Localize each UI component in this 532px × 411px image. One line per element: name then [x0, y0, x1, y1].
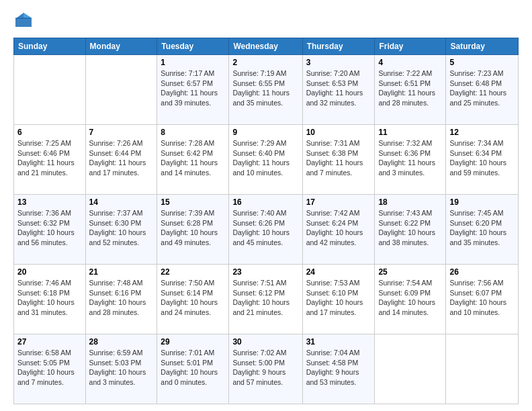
day-info: Sunrise: 6:58 AM Sunset: 5:05 PM Dayligh…: [17, 348, 82, 387]
day-info: Sunrise: 7:19 AM Sunset: 6:55 PM Dayligh…: [232, 68, 298, 108]
sunrise-label: Sunrise: 7:36 AM: [17, 209, 71, 217]
calendar-cell: 31 Sunrise: 7:04 AM Sunset: 4:58 PM Dayl…: [302, 334, 375, 404]
day-info: Sunrise: 7:22 AM Sunset: 6:51 PM Dayligh…: [378, 68, 442, 108]
sunset-label: Sunset: 5:05 PM: [17, 359, 70, 367]
calendar-cell: [375, 334, 446, 404]
sunrise-label: Sunrise: 7:04 AM: [306, 349, 360, 357]
sunrise-label: Sunrise: 7:32 AM: [378, 139, 432, 147]
sunrise-label: Sunrise: 7:31 AM: [306, 139, 360, 147]
calendar-cell: 27 Sunrise: 6:58 AM Sunset: 5:05 PM Dayl…: [14, 334, 86, 404]
daylight-label: Daylight: 10 hours and 28 minutes.: [89, 298, 146, 316]
day-info: Sunrise: 7:42 AM Sunset: 6:24 PM Dayligh…: [306, 208, 371, 248]
daylight-label: Daylight: 10 hours and 31 minutes.: [17, 298, 75, 316]
sunset-label: Sunset: 6:57 PM: [161, 79, 213, 87]
day-number: 13: [17, 197, 82, 207]
day-info: Sunrise: 7:36 AM Sunset: 6:32 PM Dayligh…: [17, 208, 82, 248]
daylight-label: Daylight: 10 hours and 0 minutes.: [161, 368, 218, 386]
day-number: 28: [89, 337, 154, 347]
day-info: Sunrise: 7:37 AM Sunset: 6:30 PM Dayligh…: [89, 208, 154, 248]
sunset-label: Sunset: 6:46 PM: [17, 149, 70, 157]
day-number: 23: [232, 267, 298, 277]
day-number: 6: [17, 128, 82, 137]
day-number: 5: [449, 58, 515, 67]
day-number: 31: [306, 337, 371, 347]
header: [13, 11, 519, 31]
weekday-header: Friday: [375, 38, 446, 55]
sunrise-label: Sunrise: 6:59 AM: [89, 349, 143, 357]
sunrise-label: Sunrise: 7:34 AM: [449, 139, 503, 147]
day-number: 11: [378, 128, 442, 137]
calendar-week-row: 27 Sunrise: 6:58 AM Sunset: 5:05 PM Dayl…: [14, 334, 519, 404]
calendar-week-row: 13 Sunrise: 7:36 AM Sunset: 6:32 PM Dayl…: [14, 195, 519, 265]
daylight-label: Daylight: 11 hours and 17 minutes.: [89, 158, 146, 177]
day-number: 15: [161, 197, 225, 207]
sunset-label: Sunset: 6:20 PM: [449, 219, 502, 227]
calendar-cell: [85, 55, 157, 125]
calendar-cell: 13 Sunrise: 7:36 AM Sunset: 6:32 PM Dayl…: [14, 195, 86, 265]
sunset-label: Sunset: 6:10 PM: [306, 289, 359, 297]
sunset-label: Sunset: 6:53 PM: [306, 79, 359, 87]
sunset-label: Sunset: 6:30 PM: [89, 219, 142, 227]
calendar-cell: 19 Sunrise: 7:45 AM Sunset: 6:20 PM Dayl…: [446, 195, 519, 265]
sunset-label: Sunset: 6:22 PM: [378, 219, 431, 227]
sunrise-label: Sunrise: 7:17 AM: [161, 69, 214, 77]
calendar-cell: 8 Sunrise: 7:28 AM Sunset: 6:42 PM Dayli…: [157, 125, 229, 195]
daylight-label: Daylight: 11 hours and 21 minutes.: [17, 158, 75, 177]
calendar-cell: 10 Sunrise: 7:31 AM Sunset: 6:38 PM Dayl…: [302, 125, 375, 195]
day-info: Sunrise: 7:01 AM Sunset: 5:01 PM Dayligh…: [161, 348, 225, 387]
sunrise-label: Sunrise: 7:19 AM: [232, 69, 286, 77]
day-number: 8: [161, 128, 225, 137]
calendar-cell: 6 Sunrise: 7:25 AM Sunset: 6:46 PM Dayli…: [14, 125, 86, 195]
weekday-header: Thursday: [302, 38, 375, 55]
calendar-week-row: 1 Sunrise: 7:17 AM Sunset: 6:57 PM Dayli…: [14, 55, 519, 125]
calendar-cell: 29 Sunrise: 7:01 AM Sunset: 5:01 PM Dayl…: [157, 334, 229, 404]
calendar-cell: 20 Sunrise: 7:46 AM Sunset: 6:18 PM Dayl…: [14, 265, 86, 334]
sunset-label: Sunset: 6:12 PM: [232, 289, 285, 297]
day-number: 14: [89, 197, 154, 207]
calendar-cell: 22 Sunrise: 7:50 AM Sunset: 6:14 PM Dayl…: [157, 265, 229, 334]
daylight-label: Daylight: 11 hours and 7 minutes.: [306, 158, 363, 177]
daylight-label: Daylight: 10 hours and 45 minutes.: [232, 228, 290, 246]
day-info: Sunrise: 7:46 AM Sunset: 6:18 PM Dayligh…: [17, 278, 82, 318]
sunset-label: Sunset: 6:24 PM: [306, 219, 359, 227]
calendar-cell: 1 Sunrise: 7:17 AM Sunset: 6:57 PM Dayli…: [157, 55, 229, 125]
day-number: 20: [17, 267, 82, 277]
calendar-week-row: 20 Sunrise: 7:46 AM Sunset: 6:18 PM Dayl…: [14, 265, 519, 334]
day-info: Sunrise: 7:04 AM Sunset: 4:58 PM Dayligh…: [306, 348, 371, 387]
sunrise-label: Sunrise: 7:22 AM: [378, 69, 432, 77]
day-number: 4: [378, 58, 442, 67]
sunset-label: Sunset: 5:03 PM: [89, 359, 142, 367]
logo: [13, 11, 36, 31]
sunset-label: Sunset: 6:07 PM: [449, 289, 502, 297]
daylight-label: Daylight: 10 hours and 49 minutes.: [161, 228, 218, 246]
calendar-cell: 11 Sunrise: 7:32 AM Sunset: 6:36 PM Dayl…: [375, 125, 446, 195]
calendar-cell: 17 Sunrise: 7:42 AM Sunset: 6:24 PM Dayl…: [302, 195, 375, 265]
sunset-label: Sunset: 6:44 PM: [89, 149, 142, 157]
calendar-cell: 5 Sunrise: 7:23 AM Sunset: 6:48 PM Dayli…: [446, 55, 519, 125]
svg-marker-1: [24, 13, 32, 18]
day-number: 7: [89, 128, 154, 137]
sunset-label: Sunset: 6:38 PM: [306, 149, 359, 157]
weekday-header: Saturday: [446, 38, 519, 55]
logo-icon: [13, 11, 34, 31]
day-number: 10: [306, 128, 371, 137]
sunset-label: Sunset: 6:28 PM: [161, 219, 213, 227]
day-info: Sunrise: 7:43 AM Sunset: 6:22 PM Dayligh…: [378, 208, 442, 248]
sunset-label: Sunset: 6:42 PM: [161, 149, 213, 157]
sunrise-label: Sunrise: 7:45 AM: [449, 209, 503, 217]
sunset-label: Sunset: 4:58 PM: [306, 359, 359, 367]
day-number: 19: [449, 197, 515, 207]
calendar-cell: [14, 55, 86, 125]
calendar-cell: 28 Sunrise: 6:59 AM Sunset: 5:03 PM Dayl…: [85, 334, 157, 404]
sunrise-label: Sunrise: 7:53 AM: [306, 279, 360, 287]
day-number: 24: [306, 267, 371, 277]
weekday-header: Tuesday: [157, 38, 229, 55]
sunset-label: Sunset: 6:34 PM: [449, 149, 502, 157]
sunset-label: Sunset: 6:32 PM: [17, 219, 70, 227]
calendar-cell: 30 Sunrise: 7:02 AM Sunset: 5:00 PM Dayl…: [229, 334, 302, 404]
sunrise-label: Sunrise: 7:50 AM: [161, 279, 214, 287]
sunrise-label: Sunrise: 7:02 AM: [232, 349, 286, 357]
daylight-label: Daylight: 10 hours and 21 minutes.: [232, 298, 290, 316]
weekday-header: Sunday: [14, 38, 86, 55]
sunset-label: Sunset: 6:36 PM: [378, 149, 431, 157]
